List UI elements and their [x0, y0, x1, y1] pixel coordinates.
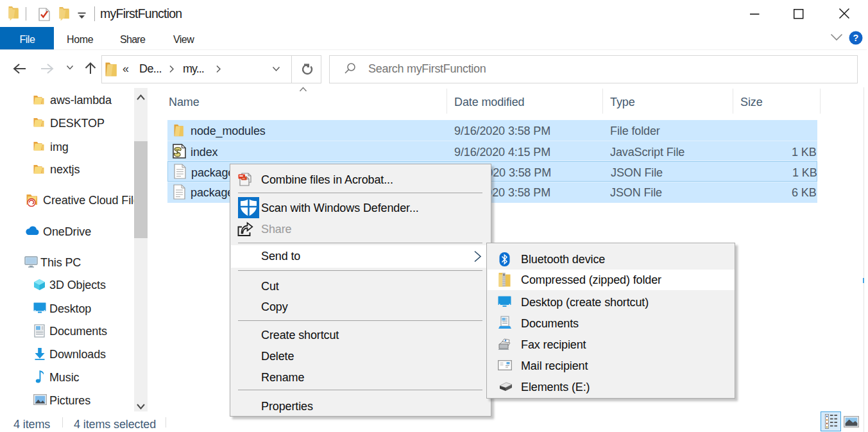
svg-text:?: ? [853, 33, 859, 43]
